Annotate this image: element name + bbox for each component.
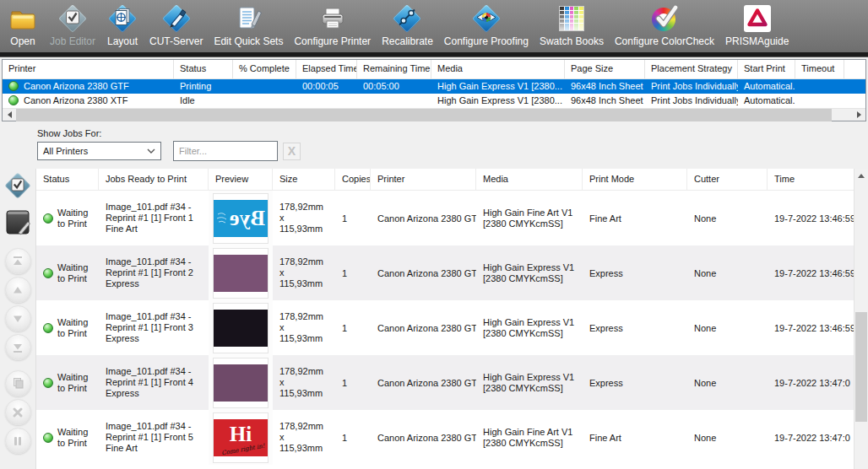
job-editor-diamond-icon[interactable] xyxy=(3,170,33,201)
job-preview-thumbnail[interactable]: Bye xyxy=(214,194,268,243)
toolbar-prismaguide-button[interactable]: PRISMAguide xyxy=(725,3,789,47)
delete-job-icon xyxy=(5,399,31,425)
job-media: High Gain Express V1 [2380 CMYKcmSS] xyxy=(476,245,583,300)
printer-timeout xyxy=(795,79,844,94)
printer-row[interactable]: Canon Arizona 2380 GTF Printing 00:00:05… xyxy=(3,79,865,94)
prismaguide-icon xyxy=(741,3,773,35)
column-header-page-size[interactable]: Page Size xyxy=(565,60,645,79)
preview-artwork-text: Bye xyxy=(230,208,265,229)
column-header-status[interactable]: Status xyxy=(174,60,233,79)
scroll-up-arrow-icon[interactable] xyxy=(854,169,868,183)
show-jobs-for-label: Show Jobs For: xyxy=(37,128,868,138)
toolbar-open-button[interactable]: Open xyxy=(7,3,39,47)
job-row[interactable]: Waiting to Print Image_101.pdf #34 - Rep… xyxy=(36,300,868,355)
printer-media: High Gain Express V1 [2380... xyxy=(431,94,565,108)
job-row[interactable]: Waiting to Print Image_101.pdf #34 - Rep… xyxy=(36,245,868,300)
job-print-mode: Fine Art xyxy=(583,410,687,465)
printer-complete xyxy=(233,94,296,108)
job-cutter: None xyxy=(687,191,768,245)
job-preview-thumbnail[interactable] xyxy=(214,358,268,407)
column-header-copies[interactable]: Copies xyxy=(335,169,371,190)
chevron-down-icon xyxy=(147,148,155,154)
job-preview-thumbnail[interactable]: Hi Come right in! xyxy=(214,413,268,462)
printer-table-header: Printer Status % Complete Elapsed Time R… xyxy=(3,60,865,79)
filter-input[interactable] xyxy=(173,141,278,161)
job-size: 178,92mm x 115,93mm xyxy=(273,191,335,245)
column-header-complete[interactable]: % Complete xyxy=(233,60,296,79)
column-header-jobs-ready[interactable]: Jobs Ready to Print xyxy=(99,169,209,190)
printer-select-dropdown[interactable]: All Printers xyxy=(37,142,161,160)
printer-table-hscrollbar[interactable] xyxy=(3,108,865,121)
toolbar-recalibrate-button[interactable]: Recalibrate xyxy=(382,3,433,47)
column-header-cutter[interactable]: Cutter xyxy=(687,169,768,190)
toolbar-label: PRISMAguide xyxy=(725,35,789,47)
toolbar-configure-proofing-button[interactable]: Configure Proofing xyxy=(444,3,529,47)
job-size: 178,92mm x 115,93mm xyxy=(273,245,335,300)
vscrollbar-thumb[interactable] xyxy=(855,312,867,422)
jobs-table-header: Status Jobs Ready to Print Preview Size … xyxy=(36,169,868,191)
job-printer: Canon Arizona 2380 GTF xyxy=(371,245,476,300)
job-copies: 1 xyxy=(335,245,371,300)
printer-elapsed xyxy=(296,94,357,108)
edit-quick-sets-icon xyxy=(232,3,264,35)
toolbar-configure-printer-button[interactable]: Configure Printer xyxy=(294,3,371,47)
job-row[interactable]: Waiting to Print Image_101.pdf #34 - Rep… xyxy=(36,355,868,410)
toolbar-job-editor-button: Job Editor xyxy=(50,3,95,47)
configure-printer-icon xyxy=(317,3,349,35)
jobs-table-vscrollbar[interactable] xyxy=(854,169,868,469)
job-preview-thumbnail[interactable] xyxy=(214,304,268,353)
job-status: Waiting to Print xyxy=(57,427,92,449)
hscrollbar-thumb[interactable] xyxy=(16,109,832,121)
column-header-elapsed[interactable]: Elapsed Time xyxy=(296,60,357,79)
column-header-status[interactable]: Status xyxy=(36,169,99,190)
job-editor-icon xyxy=(57,3,89,35)
printer-row[interactable]: Canon Arizona 2380 XTF Idle High Gain Ex… xyxy=(3,94,865,108)
column-header-remaining[interactable]: Remaining Time xyxy=(357,60,431,79)
move-down-icon xyxy=(5,305,31,332)
toolbar-edit-quick-sets-button[interactable]: Edit Quick Sets xyxy=(214,3,283,47)
column-header-print-mode[interactable]: Print Mode xyxy=(583,169,687,190)
printer-start-print: Automatical... xyxy=(738,94,795,108)
column-header-preview[interactable]: Preview xyxy=(209,169,273,190)
toolbar-divider xyxy=(0,52,868,57)
job-status: Waiting to Print xyxy=(57,208,92,229)
job-status-green-icon xyxy=(43,323,53,333)
job-media: High Gain Express V1 [2380 CMYKcmSS] xyxy=(476,300,583,355)
column-header-printer[interactable]: Printer xyxy=(3,60,174,79)
toolbar-layout-button[interactable]: Layout xyxy=(106,3,138,47)
scroll-left-arrow-icon[interactable] xyxy=(3,109,16,121)
printer-start-print: Automatical... xyxy=(738,79,795,94)
column-header-size[interactable]: Size xyxy=(273,169,335,190)
move-to-bottom-icon xyxy=(5,334,31,360)
job-cutter: None xyxy=(687,355,768,410)
column-header-start-print[interactable]: Start Print xyxy=(738,60,795,79)
printer-timeout xyxy=(795,94,844,108)
job-size: 178,92mm x 115,93mm xyxy=(273,300,335,355)
job-copies: 1 xyxy=(335,410,371,465)
column-header-placement[interactable]: Placement Strategy xyxy=(645,60,738,79)
toolbar-swatch-books-button[interactable]: Swatch Books xyxy=(540,3,604,47)
job-preview-thumbnail[interactable] xyxy=(214,249,268,298)
printer-elapsed: 00:00:05 xyxy=(296,79,357,94)
column-header-media[interactable]: Media xyxy=(476,169,583,190)
job-media: High Gain Express V1 [2380 CMYKcmSS] xyxy=(476,355,583,410)
job-status: Waiting to Print xyxy=(57,372,92,394)
edit-job-book-icon[interactable] xyxy=(3,208,33,238)
job-row[interactable]: Waiting to Print Image_101.pdf #34 - Rep… xyxy=(36,191,868,245)
recalibrate-icon xyxy=(391,3,423,35)
job-size: 178,92mm x 115,93mm xyxy=(273,410,335,465)
job-cutter: None xyxy=(687,410,768,465)
column-header-printer[interactable]: Printer xyxy=(371,169,476,190)
toolbar-configure-colorcheck-button[interactable]: Configure ColorCheck xyxy=(615,3,714,47)
toolbar-cut-server-button[interactable]: CUT-Server xyxy=(149,3,203,47)
job-name: Image_101.pdf #34 - Reprint #1 [1] Front… xyxy=(99,300,209,355)
jobs-area: Status Jobs Ready to Print Preview Size … xyxy=(0,169,868,469)
job-copies: 1 xyxy=(335,191,371,245)
scroll-right-arrow-icon[interactable] xyxy=(852,109,865,121)
job-status: Waiting to Print xyxy=(57,262,92,284)
job-row[interactable]: Waiting to Print Image_101.pdf #34 - Rep… xyxy=(36,410,868,465)
column-header-media[interactable]: Media xyxy=(431,60,565,79)
column-header-timeout[interactable]: Timeout xyxy=(795,60,844,79)
configure-colorcheck-icon xyxy=(648,3,681,35)
printer-page-size: 96x48 Inch Sheet xyxy=(565,79,645,94)
